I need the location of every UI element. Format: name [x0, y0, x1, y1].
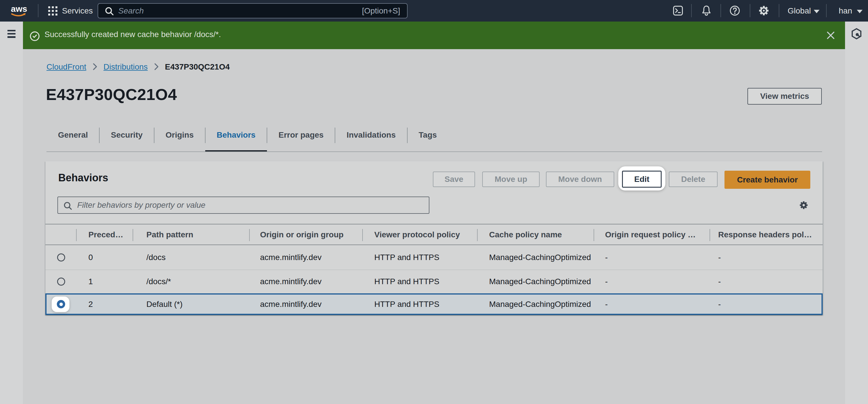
svg-text:aws: aws [11, 4, 27, 13]
